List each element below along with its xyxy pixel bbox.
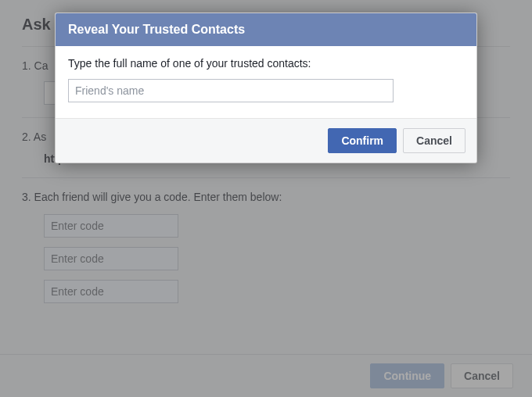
confirm-button[interactable]: Confirm (328, 128, 397, 153)
trusted-contacts-modal: Reveal Your Trusted Contacts Type the fu… (55, 13, 477, 163)
modal-footer: Confirm Cancel (56, 118, 476, 163)
modal-overlay: Reveal Your Trusted Contacts Type the fu… (0, 0, 532, 397)
modal-title: Reveal Your Trusted Contacts (56, 13, 476, 46)
modal-body: Type the full name of one of your truste… (56, 46, 476, 118)
modal-cancel-button[interactable]: Cancel (403, 128, 466, 153)
modal-prompt: Type the full name of one of your truste… (68, 57, 464, 70)
friend-name-input[interactable] (68, 79, 394, 102)
